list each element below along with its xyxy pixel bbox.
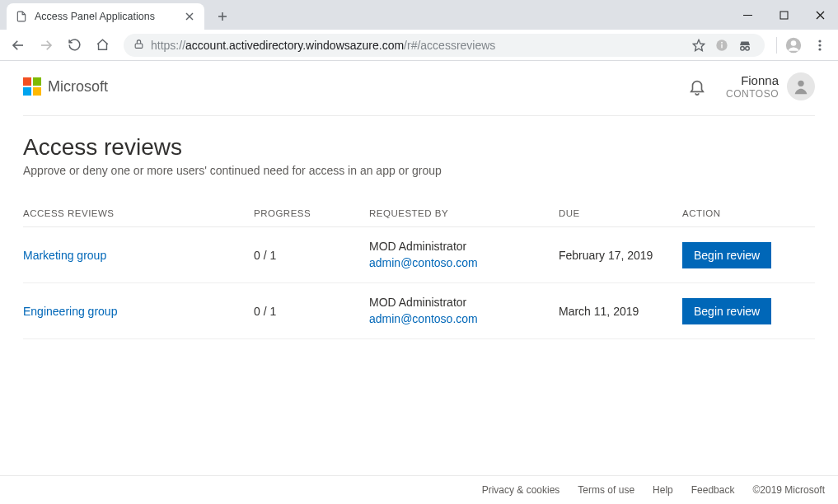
window-close-button[interactable]	[802, 0, 838, 30]
notifications-bell-icon[interactable]	[688, 77, 706, 96]
svg-point-15	[741, 46, 745, 50]
svg-rect-13	[721, 44, 722, 48]
window-maximize-button[interactable]	[765, 0, 802, 30]
page-icon	[15, 10, 28, 23]
table-header: ACCESS REVIEWS PROGRESS REQUESTED BY DUE…	[23, 200, 815, 227]
requested-by-name: MOD Administrator	[369, 239, 559, 255]
back-button[interactable]	[5, 33, 31, 58]
browser-tab-title: Access Panel Applications	[35, 11, 155, 22]
footer-terms-link[interactable]: Terms of use	[578, 484, 634, 496]
reload-button[interactable]	[61, 33, 87, 58]
avatar	[787, 72, 815, 100]
separator	[776, 37, 777, 54]
extension-incognito-icon[interactable]	[735, 38, 755, 53]
begin-review-button[interactable]: Begin review	[682, 298, 771, 324]
app-header: Microsoft Fionna CONTOSO	[23, 72, 815, 116]
address-bar[interactable]: https://account.activedirectory.windowsa…	[124, 34, 765, 57]
col-due: DUE	[559, 208, 682, 218]
review-name-link[interactable]: Engineering group	[23, 305, 117, 318]
table-row: Engineering group 0 / 1 MOD Administrato…	[23, 283, 815, 339]
extension-info-icon[interactable]	[712, 39, 732, 52]
user-org: CONTOSO	[726, 88, 779, 100]
review-name-link[interactable]: Marketing group	[23, 249, 106, 262]
menu-icon[interactable]	[807, 39, 833, 52]
user-name: Fionna	[726, 73, 779, 88]
window-controls	[729, 0, 838, 30]
new-tab-button[interactable]	[211, 5, 234, 28]
svg-point-19	[791, 40, 797, 46]
svg-point-16	[746, 46, 750, 50]
browser-toolbar: https://account.activedirectory.windowsa…	[0, 30, 838, 61]
page-footer: Privacy & cookies Terms of use Help Feed…	[0, 475, 838, 504]
profile-icon[interactable]	[780, 37, 807, 54]
col-requested-by: REQUESTED BY	[369, 208, 559, 218]
svg-marker-11	[693, 40, 704, 50]
page-subtitle: Approve or deny one or more users' conti…	[23, 164, 815, 177]
footer-privacy-link[interactable]: Privacy & cookies	[482, 484, 560, 496]
col-progress: PROGRESS	[254, 208, 369, 218]
footer-help-link[interactable]: Help	[653, 484, 673, 496]
browser-tabstrip: Access Panel Applications	[0, 0, 838, 30]
microsoft-logo-icon	[23, 77, 41, 96]
col-name: ACCESS REVIEWS	[23, 208, 254, 218]
footer-feedback-link[interactable]: Feedback	[691, 484, 735, 496]
page-title: Access reviews	[23, 134, 815, 161]
review-progress: 0 / 1	[254, 305, 369, 318]
requested-by-email-link[interactable]: admin@contoso.com	[369, 255, 559, 272]
brand-logo[interactable]: Microsoft	[23, 77, 108, 96]
svg-point-14	[721, 41, 723, 43]
requested-by-name: MOD Administrator	[369, 295, 559, 311]
svg-point-23	[798, 81, 803, 86]
browser-tab-active[interactable]: Access Panel Applications	[7, 3, 204, 30]
svg-point-22	[818, 48, 821, 50]
reviews-table: ACCESS REVIEWS PROGRESS REQUESTED BY DUE…	[23, 200, 815, 339]
svg-point-21	[818, 44, 821, 46]
col-action: ACTION	[682, 208, 789, 218]
address-bar-url: https://account.activedirectory.windowsa…	[151, 39, 682, 52]
requested-by-email-link[interactable]: admin@contoso.com	[369, 311, 559, 328]
review-due: March 11, 2019	[559, 305, 682, 318]
star-icon[interactable]	[689, 39, 709, 52]
brand-name: Microsoft	[48, 78, 108, 96]
review-progress: 0 / 1	[254, 249, 369, 262]
footer-copyright: ©2019 Microsoft	[752, 484, 825, 496]
page-viewport: Microsoft Fionna CONTOSO Access reviews	[0, 61, 838, 504]
close-icon[interactable]	[183, 10, 196, 23]
table-row: Marketing group 0 / 1 MOD Administrator …	[23, 227, 815, 283]
review-due: February 17, 2019	[559, 249, 682, 262]
begin-review-button[interactable]: Begin review	[682, 242, 771, 268]
user-menu[interactable]: Fionna CONTOSO	[726, 72, 815, 100]
svg-point-20	[818, 40, 821, 42]
window-minimize-button[interactable]	[729, 0, 765, 30]
forward-button[interactable]	[33, 33, 59, 58]
svg-rect-10	[135, 43, 143, 47]
lock-icon	[133, 39, 144, 52]
svg-rect-5	[780, 12, 788, 19]
home-button[interactable]	[89, 33, 115, 58]
